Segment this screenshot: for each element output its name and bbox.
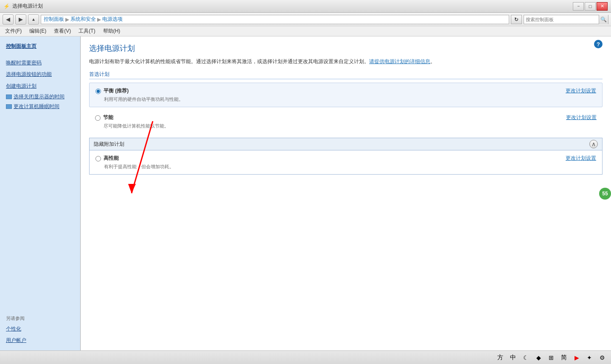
plan-saver-row: 节能 更改计划设置 bbox=[95, 114, 597, 121]
title-bar-icon: ⚡ bbox=[3, 3, 10, 9]
taskbar-icon-play[interactable]: ▶ bbox=[572, 353, 581, 362]
close-button[interactable]: ✕ bbox=[597, 2, 608, 11]
sidebar: 控制面板主页 唤醒时需要密码 选择电源按钮的功能 创建电源计划 选择关闭显示器的… bbox=[0, 36, 81, 350]
plan-high-desc: 有利于提高性能，但会增加功耗。 bbox=[104, 164, 596, 170]
see-also-title: 另请参阅 bbox=[0, 308, 80, 323]
taskbar-icon-zhong[interactable]: 中 bbox=[508, 353, 518, 362]
collapse-button[interactable]: ∧ bbox=[589, 140, 598, 148]
taskbar-icon-fang[interactable]: 方 bbox=[496, 353, 505, 362]
sidebar-item-home[interactable]: 控制面板主页 bbox=[0, 41, 80, 52]
sidebar-item-powerbutton[interactable]: 选择电源按钮的功能 bbox=[0, 69, 80, 80]
radio-balanced[interactable] bbox=[95, 89, 101, 94]
sidebar-item-displayoff[interactable]: 选择关闭显示器的时间 bbox=[0, 92, 80, 102]
plan-high-name: 高性能 bbox=[104, 155, 119, 162]
main-layout: 控制面板主页 唤醒时需要密码 选择电源按钮的功能 创建电源计划 选择关闭显示器的… bbox=[0, 36, 611, 350]
title-bar: ⚡ 选择电源计划 － □ ✕ bbox=[0, 0, 611, 13]
address-bar: ◀ ▶ ▲ 控制面板 ▶ 系统和安全 ▶ 电源选项 ↻ 🔍 bbox=[0, 13, 611, 26]
sidebar-item-sleep-label: 更改计算机睡眠时间 bbox=[14, 103, 59, 110]
hidden-section-title: 隐藏附加计划 bbox=[94, 141, 124, 148]
sidebar-item-createplan[interactable]: 创建电源计划 bbox=[0, 81, 80, 92]
page-title: 选择电源计划 bbox=[89, 43, 603, 53]
taskbar-icon-gear[interactable]: ⚙ bbox=[597, 353, 607, 362]
plan-saver-name: 节能 bbox=[103, 114, 113, 121]
taskbar-icon-star[interactable]: ✦ bbox=[585, 353, 594, 362]
help-button[interactable]: ? bbox=[594, 40, 603, 48]
refresh-button[interactable]: ↻ bbox=[511, 15, 522, 24]
address-path[interactable]: 控制面板 ▶ 系统和安全 ▶ 电源选项 bbox=[41, 15, 509, 24]
plan-saver-link[interactable]: 更改计划设置 bbox=[566, 114, 597, 121]
taskbar-icon-dot[interactable]: ◆ bbox=[534, 353, 543, 362]
status-bar: 方 中 ☾ ◆ ⊞ 简 ▶ ✦ ⚙ bbox=[0, 350, 611, 364]
plan-balanced: 平衡 (推荐) 更改计划设置 利用可用的硬件自动平衡功耗与性能。 bbox=[89, 83, 603, 107]
sep2: ▶ bbox=[97, 17, 101, 22]
preferred-section-header: 首选计划 bbox=[89, 71, 603, 79]
sidebar-item-wakeup[interactable]: 唤醒时需要密码 bbox=[0, 57, 80, 69]
taskbar-icon-jian[interactable]: 简 bbox=[559, 353, 569, 362]
monitor-icon2 bbox=[6, 104, 12, 109]
search-box: 🔍 bbox=[524, 15, 608, 24]
title-bar-text: 选择电源计划 bbox=[12, 3, 43, 10]
taskbar-icon-moon[interactable]: ☾ bbox=[521, 353, 530, 362]
sidebar-item-personalize[interactable]: 个性化 bbox=[0, 323, 80, 335]
title-bar-controls: － □ ✕ bbox=[573, 2, 608, 11]
hidden-section-header: 隐藏附加计划 ∧ bbox=[90, 138, 602, 150]
plan-high-link[interactable]: 更改计划设置 bbox=[566, 155, 596, 162]
plan-high-row: 高性能 更改计划设置 bbox=[95, 155, 596, 162]
menu-view[interactable]: 查看(V) bbox=[50, 27, 74, 36]
maximize-button[interactable]: □ bbox=[585, 2, 596, 11]
search-button[interactable]: 🔍 bbox=[599, 15, 608, 24]
sidebar-item-displayoff-label: 选择关闭显示器的时间 bbox=[14, 93, 64, 100]
breadcrumb-security[interactable]: 系统和安全 bbox=[70, 16, 96, 23]
sidebar-item-sleep[interactable]: 更改计算机睡眠时间 bbox=[0, 102, 80, 111]
hidden-section-content: 高性能 更改计划设置 有利于提高性能，但会增加功耗。 bbox=[90, 150, 602, 174]
breadcrumb-power[interactable]: 电源选项 bbox=[102, 16, 123, 23]
detail-link[interactable]: 请提供电源计划的详细信息 bbox=[369, 58, 430, 64]
green-badge: 55 bbox=[599, 188, 611, 200]
menu-edit[interactable]: 编辑(E) bbox=[26, 27, 50, 36]
hidden-section: 隐藏附加计划 ∧ 高性能 更改计划设置 有利于提高性能，但会增加功耗。 bbox=[89, 138, 603, 175]
plan-balanced-row: 平衡 (推荐) 更改计划设置 bbox=[95, 87, 596, 94]
plan-balanced-desc: 利用可用的硬件自动平衡功耗与性能。 bbox=[104, 96, 596, 103]
plan-saver-desc: 尽可能降低计算机性能以节能。 bbox=[104, 123, 597, 129]
title-bar-left: ⚡ 选择电源计划 bbox=[3, 3, 43, 10]
radio-saver[interactable] bbox=[95, 115, 101, 121]
menu-help[interactable]: 帮助(H) bbox=[100, 27, 124, 36]
menu-file[interactable]: 文件(F) bbox=[2, 27, 25, 36]
monitor-icon bbox=[6, 94, 12, 99]
content-desc: 电源计划有助于最大化计算机的性能或省节能。通过选择计划来将其激活，或选择计划并通… bbox=[89, 58, 603, 66]
svg-marker-1 bbox=[128, 184, 136, 193]
sidebar-item-useraccount[interactable]: 用户帐户 bbox=[0, 335, 80, 346]
menu-tools[interactable]: 工具(T) bbox=[75, 27, 98, 36]
sep1: ▶ bbox=[65, 17, 69, 22]
plan-balanced-name: 平衡 (推荐) bbox=[104, 87, 129, 94]
forward-button[interactable]: ▶ bbox=[15, 14, 26, 25]
taskbar-icon-grid[interactable]: ⊞ bbox=[547, 353, 556, 362]
breadcrumb-controlpanel[interactable]: 控制面板 bbox=[44, 16, 64, 23]
search-input[interactable] bbox=[524, 17, 599, 22]
content-area: ? 选择电源计划 电源计划有助于最大化计算机的性能或省节能。通过选择计划来将其激… bbox=[81, 36, 611, 350]
back-button[interactable]: ◀ bbox=[3, 14, 14, 25]
minimize-button[interactable]: － bbox=[573, 2, 584, 11]
plan-balanced-link[interactable]: 更改计划设置 bbox=[566, 87, 596, 94]
plan-saver-container: 节能 更改计划设置 尽可能降低计算机性能以节能。 bbox=[89, 111, 603, 133]
up-button[interactable]: ▲ bbox=[28, 14, 39, 25]
radio-high[interactable] bbox=[95, 156, 101, 161]
menu-bar: 文件(F) 编辑(E) 查看(V) 工具(T) 帮助(H) bbox=[0, 26, 611, 36]
